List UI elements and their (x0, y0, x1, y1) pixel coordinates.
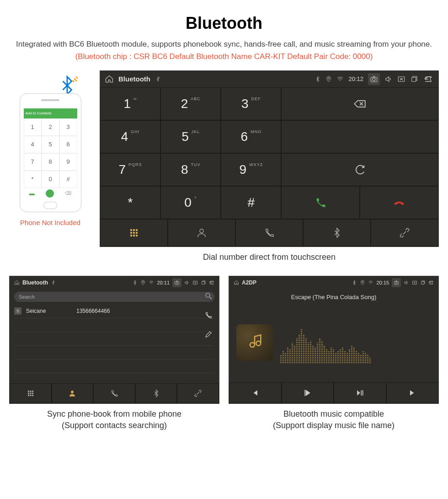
backspace-button[interactable] (281, 87, 438, 120)
hangup-button[interactable] (360, 186, 438, 219)
key-7[interactable]: 7PQRS (100, 153, 160, 186)
nav-dialpad[interactable] (10, 383, 52, 403)
home-icon[interactable] (234, 280, 239, 285)
wifi-icon (336, 75, 344, 83)
status-bar: Bluetooth 20:12 (100, 71, 438, 87)
camera-icon[interactable] (392, 278, 401, 287)
status-title: Bluetooth (118, 75, 150, 83)
status-time: 20:11 (157, 280, 170, 285)
back-icon[interactable] (423, 75, 434, 84)
recent-apps-icon[interactable] (201, 280, 206, 285)
volume-icon[interactable] (184, 280, 190, 285)
nav-pair[interactable] (177, 383, 219, 403)
key-5[interactable]: 5JKL (160, 120, 221, 153)
dialer-screen: Bluetooth 20:12 1∞ 2ABC 3DEF 4GHI 5JKL (100, 70, 439, 247)
location-icon (325, 76, 332, 82)
key-2[interactable]: 2ABC (160, 87, 221, 120)
playback-controls (229, 382, 438, 403)
prev-button[interactable] (229, 382, 282, 403)
nav-bluetooth[interactable] (303, 219, 371, 247)
search-input[interactable]: Search (14, 292, 214, 302)
phone-device: Add to Contacts 123 456 789 *0# ▬⌫ (20, 93, 81, 212)
key-4[interactable]: 4GHI (100, 120, 160, 153)
status-bar: A2DP 20:15 (229, 276, 438, 289)
call-button[interactable] (281, 186, 360, 219)
back-icon[interactable] (428, 280, 434, 285)
contact-number: 13566664466 (76, 308, 110, 314)
header: Bluetooth Integrated with BC6 Bluetooth … (9, 14, 439, 61)
phone-caption: Phone Not Included (9, 219, 91, 226)
bluetooth-icon (352, 280, 357, 285)
contact-list: S Seicane 13566664466 (10, 305, 219, 373)
home-icon[interactable] (105, 75, 114, 84)
page-description: Integrated with BC6 Bluetooth module, su… (9, 38, 439, 50)
nav-bluetooth[interactable] (135, 383, 177, 403)
phonebook-screen: Bluetooth 20:11 Search (9, 276, 219, 404)
key-0[interactable]: 0+ (160, 186, 221, 219)
a2dp-caption: Bluetooth music compatible(Support displ… (229, 408, 439, 431)
redial-button[interactable] (281, 153, 438, 186)
a2dp-screen: A2DP 20:15 Escape (The Pina Colada Song) (229, 276, 439, 404)
recent-apps-icon[interactable] (420, 280, 426, 285)
status-time: 20:12 (348, 75, 363, 82)
close-app-icon[interactable] (412, 280, 417, 285)
close-app-icon[interactable] (192, 280, 198, 285)
key-8[interactable]: 8TUV (160, 153, 221, 186)
call-icon[interactable] (204, 311, 213, 321)
bottom-nav (100, 219, 438, 247)
nav-calllog[interactable] (235, 219, 303, 247)
status-time: 20:15 (376, 280, 389, 285)
key-3[interactable]: 3DEF (221, 87, 281, 120)
close-app-icon[interactable] (397, 75, 405, 83)
status-title: A2DP (242, 279, 256, 286)
page-title: Bluetooth (9, 14, 439, 33)
key-star[interactable]: * (100, 186, 160, 219)
album-art (236, 324, 273, 361)
usb-icon (51, 280, 56, 285)
phone-keypad: 123 456 789 *0# (24, 118, 77, 188)
key-6[interactable]: 6MNO (221, 120, 281, 153)
volume-icon[interactable] (384, 75, 393, 83)
bottom-nav (10, 383, 219, 403)
status-bar: Bluetooth 20:11 (10, 276, 219, 289)
phone-illustration: Add to Contacts 123 456 789 *0# ▬⌫ Phone… (9, 70, 91, 226)
nav-contacts[interactable] (52, 383, 94, 403)
dialer-caption: Dial number direct from touchscreen (100, 252, 439, 263)
recent-apps-icon[interactable] (410, 75, 418, 83)
nav-dialpad[interactable] (100, 219, 168, 247)
next-button[interactable] (386, 382, 439, 403)
edit-icon[interactable] (204, 330, 213, 340)
contact-badge: S (14, 307, 21, 315)
key-1[interactable]: 1∞ (100, 87, 160, 120)
visualizer (229, 303, 438, 382)
contact-row[interactable]: S Seicane 13566664466 (14, 305, 214, 318)
back-icon[interactable] (209, 280, 214, 285)
nav-calllog[interactable] (93, 383, 135, 403)
wifi-icon (149, 280, 154, 285)
status-title: Bluetooth (22, 279, 48, 286)
phonebook-caption: Sync phone-book from mobile phone(Suppor… (9, 408, 219, 431)
track-title: Escape (The Pina Colada Song) (229, 289, 438, 303)
contact-name: Seicane (26, 308, 72, 314)
page-specs: (Bluetooth chip : CSR BC6 Default Blueto… (9, 52, 439, 61)
playpause-button[interactable] (334, 382, 386, 403)
volume-icon[interactable] (404, 280, 409, 285)
nav-contacts[interactable] (168, 219, 235, 247)
home-icon[interactable] (14, 280, 20, 285)
key-9[interactable]: 9WXYZ (221, 153, 281, 186)
location-icon (140, 280, 146, 285)
key-hash[interactable]: # (221, 186, 281, 219)
bluetooth-icon (315, 76, 321, 82)
search-icon[interactable] (204, 292, 213, 302)
location-icon (360, 280, 365, 285)
nav-pair[interactable] (371, 219, 438, 247)
bluetooth-icon (132, 280, 138, 285)
camera-icon[interactable] (368, 73, 380, 85)
wifi-icon (368, 280, 373, 285)
dialpad: 1∞ 2ABC 3DEF 4GHI 5JKL 6MNO 7PQRS 8TUV 9… (100, 87, 438, 219)
phone-call-icon (46, 189, 54, 198)
camera-icon[interactable] (172, 278, 181, 287)
play-button[interactable] (282, 382, 334, 403)
usb-icon (155, 76, 161, 82)
phone-header-label: Add to Contacts (26, 111, 52, 115)
